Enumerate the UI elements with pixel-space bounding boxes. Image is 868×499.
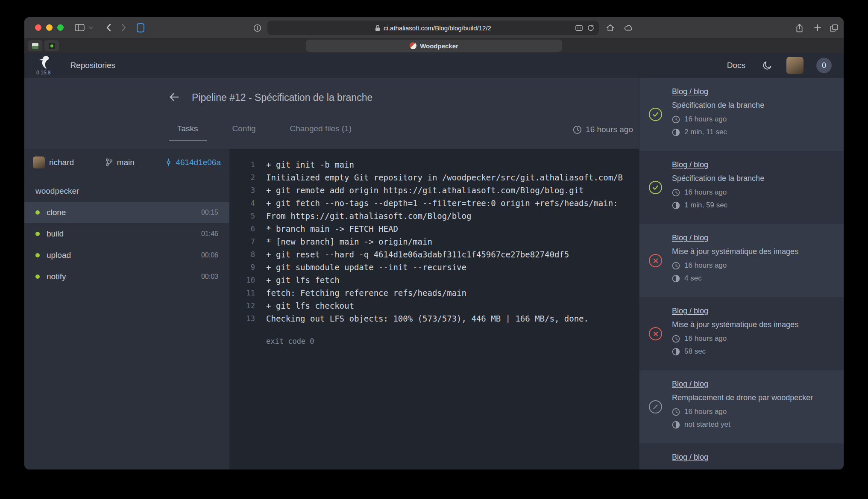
- active-tab[interactable]: Woodpecker: [306, 40, 562, 52]
- pipeline-description: Mise à jour systématique des images: [672, 319, 834, 330]
- app-navbar: 0.15.8 Repositories Docs 0: [24, 53, 844, 78]
- log-line-text: + git lfs checkout: [266, 301, 639, 310]
- pinned-tab-2[interactable]: [44, 40, 59, 51]
- log-line: 4+ git fetch --no-tags --depth=1 --filte…: [240, 197, 639, 210]
- step-row-clone[interactable]: clone 00:15: [24, 202, 229, 223]
- back-button[interactable]: [106, 24, 111, 32]
- log-line: 1+ git init -b main: [240, 158, 639, 171]
- pipeline-header: Pipeline #12 - Spécification de la branc…: [24, 78, 639, 149]
- repo-link[interactable]: Blog / blog: [672, 86, 708, 97]
- step-status-dot: [35, 210, 40, 215]
- log-line-number: 7: [240, 237, 255, 246]
- pipeline-duration-row: 58 sec: [672, 345, 834, 358]
- commit-link[interactable]: 4614d1e06a: [166, 158, 221, 167]
- pipeline-duration-text: 1 min, 59 sec: [684, 201, 727, 210]
- log-line-text: + git lfs fetch: [266, 275, 639, 285]
- step-row-upload[interactable]: upload 00:06: [24, 245, 229, 266]
- check-icon: [652, 184, 659, 191]
- user-avatar[interactable]: [786, 57, 803, 74]
- commit-row: richard main: [24, 149, 229, 176]
- log-panel[interactable]: 1+ git init -b main 2Initialized empty G…: [229, 149, 639, 469]
- pipeline-item[interactable]: Blog / blog Remplacement de drone par wo…: [639, 370, 844, 443]
- version-label: 0.15.8: [36, 70, 50, 76]
- woodpecker-app: 0.15.8 Repositories Docs 0 Pipeline #: [24, 53, 844, 469]
- pinned-tab-1[interactable]: [28, 40, 42, 51]
- exit-code-label: exit code 0: [266, 337, 639, 345]
- step-row-build[interactable]: build 01:46: [24, 223, 229, 245]
- repo-link[interactable]: Blog / blog: [672, 379, 708, 389]
- step-duration: 01:46: [201, 230, 218, 238]
- tab-changed-files[interactable]: Changed files (1): [282, 124, 361, 141]
- build-branch: main: [106, 158, 135, 167]
- tab-tasks[interactable]: Tasks: [169, 124, 207, 141]
- log-line-text: + git reset --hard -q 4614d1e06a3dabf311…: [266, 250, 639, 259]
- forward-button[interactable]: [121, 24, 126, 32]
- step-status-dot: [35, 275, 40, 279]
- share-icon[interactable]: [796, 17, 803, 38]
- start-page-icon[interactable]: [137, 23, 144, 32]
- step-duration: 00:06: [201, 251, 218, 259]
- tab-overview-icon[interactable]: [830, 17, 838, 38]
- step-row-notify[interactable]: notify 00:03: [24, 266, 229, 287]
- nav-repositories[interactable]: Repositories: [70, 61, 115, 70]
- pipeline-item[interactable]: Blog / blog Spécification de la branche …: [639, 151, 844, 224]
- woodpecker-logo[interactable]: 0.15.8: [36, 56, 50, 76]
- pipeline-item[interactable]: Blog / blog Mise à jour systématique des…: [639, 297, 844, 370]
- new-tab-icon[interactable]: [814, 17, 821, 38]
- clock-icon: [672, 262, 680, 270]
- step-status-dot: [35, 253, 40, 257]
- step-name: build: [47, 229, 201, 239]
- address-bar[interactable]: ci.athaliasoft.com/Blog/blog/build/12/2: [267, 21, 599, 35]
- minimize-window-button[interactable]: [46, 24, 53, 31]
- status-success-icon: [649, 108, 662, 121]
- theme-toggle-moon-icon[interactable]: [762, 61, 772, 70]
- traffic-lights: [35, 24, 64, 31]
- pipeline-item[interactable]: Blog / blog: [639, 443, 844, 469]
- nav-docs[interactable]: Docs: [727, 61, 745, 70]
- log-line-text: Checking out LFS objects: 100% (573/573)…: [266, 314, 639, 323]
- log-line: 12+ git lfs checkout: [240, 299, 639, 312]
- pipeline-tabs: Tasks Config Changed files (1) 16 hours …: [169, 117, 633, 141]
- repo-link[interactable]: Blog / blog: [672, 306, 708, 316]
- extensions-icon[interactable]: [575, 25, 583, 31]
- sidebar-chevron-icon[interactable]: [89, 27, 93, 29]
- log-line: 3+ git remote add origin https://git.ath…: [240, 184, 639, 197]
- x-icon: [653, 258, 659, 264]
- log-line-text: fetch: Fetching reference refs/heads/mai…: [266, 288, 639, 298]
- pipeline-duration-row: 2 min, 11 sec: [672, 126, 834, 139]
- pipeline-item[interactable]: Blog / blog Mise à jour systématique des…: [639, 224, 844, 297]
- duration-icon: [672, 421, 680, 429]
- pipeline-duration-text: not started yet: [684, 420, 730, 429]
- repo-link[interactable]: Blog / blog: [672, 159, 708, 170]
- log-line-number: 4: [240, 199, 255, 207]
- log-line-number: 5: [240, 212, 255, 220]
- tab-config[interactable]: Config: [224, 124, 264, 141]
- pipeline-time-text: 16 hours ago: [586, 125, 633, 134]
- home-icon[interactable]: [606, 17, 614, 38]
- x-icon: [653, 331, 659, 337]
- log-line: 6* branch main -> FETCH_HEAD: [240, 222, 639, 235]
- zoom-window-button[interactable]: [57, 24, 64, 31]
- repo-link[interactable]: Blog / blog: [672, 452, 708, 462]
- pipeline-item[interactable]: Blog / blog Spécification de la branche …: [639, 78, 844, 151]
- commit-icon: [166, 158, 171, 166]
- close-window-button[interactable]: [35, 24, 41, 31]
- icloud-tabs-icon[interactable]: [624, 17, 633, 38]
- notification-badge[interactable]: 0: [816, 58, 832, 73]
- log-line: 11fetch: Fetching reference refs/heads/m…: [240, 286, 639, 299]
- pinned-tab-2-favicon: [49, 43, 55, 49]
- step-duration: 00:15: [201, 209, 218, 216]
- pipeline-description: Spécification de la branche: [672, 173, 834, 183]
- duration-icon: [672, 201, 680, 210]
- page-info-icon[interactable]: [253, 17, 261, 38]
- browser-window: ci.athaliasoft.com/Blog/blog/build/12/2: [24, 17, 844, 469]
- repo-link[interactable]: Blog / blog: [672, 233, 708, 243]
- step-duration: 00:03: [201, 273, 218, 281]
- pipeline-time-row: 16 hours ago: [672, 186, 834, 199]
- tab-title: Woodpecker: [420, 42, 458, 50]
- branch-icon: [106, 158, 113, 166]
- sidebar-toggle-icon[interactable]: [75, 24, 85, 31]
- reload-icon[interactable]: [587, 24, 594, 31]
- pipeline-back-button[interactable]: [168, 91, 181, 103]
- step-status-dot: [35, 232, 40, 236]
